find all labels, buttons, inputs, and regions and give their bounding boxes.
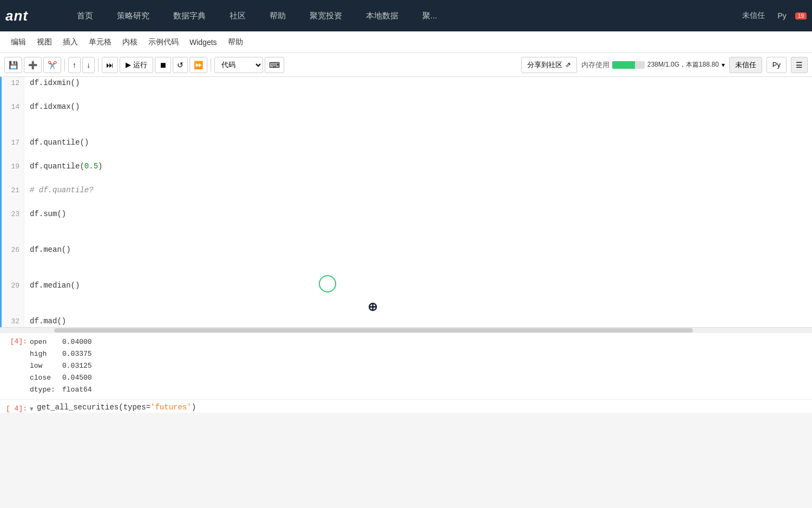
code-scrollbar[interactable] — [0, 327, 812, 333]
memory-dropdown-icon[interactable]: ▾ — [722, 61, 725, 69]
line-num-24 — [6, 220, 19, 232]
code-line-32: df.mad() — [30, 315, 807, 327]
line-num-25 — [6, 232, 19, 244]
notrust-label[interactable]: 未信任 — [738, 11, 769, 21]
line-num-18 — [6, 148, 19, 160]
menu-kernel[interactable]: 内核 — [117, 31, 143, 53]
line-num-32: 32 — [6, 315, 19, 327]
nav-right: 未信任 Py 19 — [738, 11, 807, 21]
line-num-12: 12 — [6, 77, 19, 89]
move-cursor-icon: ⊕ — [368, 300, 377, 314]
next-cell-expand[interactable]: ▾ — [30, 403, 37, 413]
run-button[interactable]: ▶ 运行 — [120, 57, 153, 73]
cut-button[interactable]: ✂️ — [43, 57, 61, 73]
menu-insert[interactable]: 插入 — [57, 31, 83, 53]
output-label-close: close — [30, 372, 62, 384]
sep1 — [64, 58, 65, 71]
output-label-high: high — [30, 348, 62, 360]
line-num-20 — [6, 172, 19, 184]
menu-edit[interactable]: 编辑 — [5, 31, 31, 53]
nav-local-data[interactable]: 本地数据 — [354, 0, 410, 31]
line-num-13 — [6, 89, 19, 101]
output-row-dtype: dtype: float64 — [30, 384, 92, 396]
output-label-low: low — [30, 360, 62, 372]
top-badge: 19 — [795, 12, 807, 19]
output-cell: [4]: open 0.04000 high 0.03375 low 0.031… — [0, 333, 812, 399]
code-line-20 — [30, 172, 807, 184]
line-num-26: 26 — [6, 244, 19, 256]
memory-value: 238M/1.0G，本篇188.80 — [647, 60, 719, 69]
cell-type-select[interactable]: 代码 — [214, 57, 263, 73]
code-line-21: # df.quantile? — [30, 184, 807, 196]
code-line-26: df.mean() — [30, 244, 807, 256]
output-val-high: 0.03375 — [62, 348, 92, 360]
nav-more[interactable]: 聚... — [410, 0, 449, 31]
line-num-19: 19 — [6, 160, 19, 172]
nav-home[interactable]: 首页 — [65, 0, 105, 31]
next-cell: [ 4]: ▾ get_all_securities(types='future… — [0, 399, 812, 413]
restart-run-button[interactable]: ⏩ — [189, 57, 207, 73]
code-line-18 — [30, 148, 807, 160]
add-cell-button[interactable]: ➕ — [24, 57, 42, 73]
share-button[interactable]: 分享到社区 ⇗ — [521, 57, 577, 73]
code-content[interactable]: df.idxmin() df.idxmax() df.quantile() df… — [24, 77, 812, 327]
menu-cell[interactable]: 单元格 — [83, 31, 117, 53]
notebook-area: 12 14 17 19 21 23 26 29 32 df.idxmin() — [0, 77, 812, 413]
output-label-dtype: dtype: — [30, 384, 62, 396]
menu-help[interactable]: 帮助 — [222, 31, 248, 53]
cursor-circle — [319, 275, 336, 292]
sep2 — [98, 58, 99, 71]
nav-help[interactable]: 帮助 — [258, 0, 298, 31]
memory-bar-fill — [612, 61, 635, 69]
output-val-low: 0.03125 — [62, 360, 92, 372]
code-line-23: df.sum() — [30, 208, 807, 220]
keyboard-button[interactable]: ⌨ — [265, 57, 284, 73]
output-val-dtype: float64 — [62, 384, 92, 396]
sep3 — [211, 58, 211, 71]
save-button[interactable]: 💾 — [4, 57, 22, 73]
scrollbar-thumb[interactable] — [54, 328, 693, 333]
output-row-open: open 0.04000 — [30, 336, 92, 348]
jupyter-actions: 💾 ➕ ✂️ ↑ ↓ ⏭ ▶ 运行 ⏹ ↺ ⏩ 代码 ⌨ 分享到社区 ⇗ 内存使… — [0, 53, 812, 77]
code-line-31 — [30, 303, 807, 315]
nav-jukuan[interactable]: 聚宽投资 — [298, 0, 354, 31]
line-num-30 — [6, 291, 19, 303]
code-line-25 — [30, 232, 807, 244]
output-val-open: 0.04000 — [62, 336, 92, 348]
line-num-22 — [6, 196, 19, 208]
kernel-label[interactable]: Py — [774, 11, 791, 20]
nav-data-dict[interactable]: 数据字典 — [161, 0, 218, 31]
code-line-13 — [30, 89, 807, 101]
nav-strategy[interactable]: 策略研究 — [105, 0, 161, 31]
output-row-high: high 0.03375 — [30, 348, 92, 360]
nav-community[interactable]: 社区 — [218, 0, 258, 31]
line-num-17: 17 — [6, 136, 19, 148]
notrust-button[interactable]: 未信任 — [729, 57, 762, 73]
output-label-open: open — [30, 336, 62, 348]
code-line-27 — [30, 256, 807, 268]
move-down-button[interactable]: ↓ — [82, 57, 95, 73]
code-line-14: df.idxmax() — [30, 101, 807, 113]
next-cell-code-suffix: ) — [192, 403, 196, 412]
line-num-28 — [6, 268, 19, 279]
code-line-29: df.median() — [30, 279, 807, 291]
step-button[interactable]: ⏭ — [102, 57, 118, 73]
stop-button[interactable]: ⏹ — [155, 57, 171, 73]
top-nav: ant 首页 策略研究 数据字典 社区 帮助 聚宽投资 本地数据 聚... 未信… — [0, 0, 812, 31]
line-num-21: 21 — [6, 184, 19, 196]
menu-widgets[interactable]: Widgets — [184, 31, 222, 53]
next-cell-code-string: 'futures' — [150, 403, 192, 412]
restart-button[interactable]: ↺ — [173, 57, 188, 73]
code-line-12: df.idxmin() — [30, 77, 807, 89]
move-up-button[interactable]: ↑ — [68, 57, 81, 73]
menu-example-code[interactable]: 示例代码 — [143, 31, 184, 53]
next-cell-code[interactable]: get_all_securities(types='futures') — [37, 403, 196, 412]
memory-bar — [612, 61, 645, 69]
share-icon: ⇗ — [565, 61, 571, 69]
line-num-14: 14 — [6, 101, 19, 113]
list-icon-button[interactable]: ☰ — [791, 57, 808, 73]
code-line-28 — [30, 268, 807, 279]
line-num-23: 23 — [6, 208, 19, 220]
top-nav-links: 首页 策略研究 数据字典 社区 帮助 聚宽投资 本地数据 聚... — [65, 0, 738, 31]
menu-view[interactable]: 视图 — [31, 31, 57, 53]
